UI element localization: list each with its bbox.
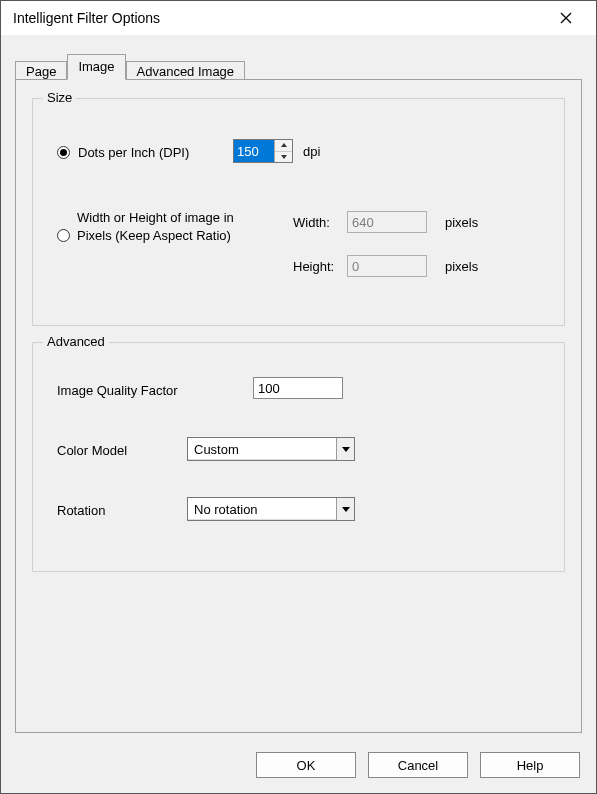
dpi-spin-down[interactable] (275, 152, 292, 163)
groupbox-advanced-legend: Advanced (43, 334, 109, 349)
dpi-label: Dots per Inch (DPI) (78, 145, 189, 160)
groupbox-size: Size Dots per Inch (DPI) dpi Width or H (32, 98, 565, 326)
dialog-footer: OK Cancel Help (1, 737, 596, 793)
color-model-arrow[interactable] (336, 438, 354, 460)
rotation-combo[interactable]: No rotation (187, 497, 355, 521)
quality-label: Image Quality Factor (57, 383, 227, 398)
dpi-unit: dpi (303, 144, 320, 159)
height-input (347, 255, 427, 277)
width-unit: pixels (445, 215, 478, 230)
tab-panel: Size Dots per Inch (DPI) dpi Width or H (15, 79, 582, 733)
dpi-spin-up[interactable] (275, 140, 292, 152)
groupbox-size-legend: Size (43, 90, 76, 105)
window-title: Intelligent Filter Options (13, 10, 160, 26)
close-button[interactable] (546, 4, 586, 32)
close-icon (560, 12, 572, 24)
tab-image[interactable]: Image (67, 54, 125, 80)
client-area: Page Image Advanced Image Size Dots per … (1, 35, 596, 793)
tab-page-label: Page (26, 64, 56, 79)
quality-input[interactable] (253, 377, 343, 399)
width-input (347, 211, 427, 233)
help-button[interactable]: Help (480, 752, 580, 778)
groupbox-advanced: Advanced Image Quality Factor Color Mode… (32, 342, 565, 572)
chevron-down-icon (281, 155, 287, 159)
chevron-down-icon (342, 507, 350, 512)
tab-advanced-image[interactable]: Advanced Image (126, 61, 246, 81)
cancel-button[interactable]: Cancel (368, 752, 468, 778)
color-model-combo[interactable]: Custom (187, 437, 355, 461)
title-bar: Intelligent Filter Options (1, 1, 596, 35)
dpi-input[interactable] (234, 140, 274, 162)
chevron-up-icon (281, 143, 287, 147)
rotation-arrow[interactable] (336, 498, 354, 520)
height-label: Height: (293, 259, 347, 274)
svg-marker-4 (342, 447, 350, 452)
svg-marker-5 (342, 507, 350, 512)
cancel-button-label: Cancel (398, 758, 438, 773)
pixels-label: Width or Height of image in Pixels (Keep… (77, 209, 257, 245)
svg-marker-3 (281, 155, 287, 159)
height-unit: pixels (445, 259, 478, 274)
tab-advanced-image-label: Advanced Image (137, 64, 235, 79)
dpi-spinbox[interactable] (233, 139, 293, 163)
ok-button-label: OK (297, 758, 316, 773)
width-label: Width: (293, 215, 347, 230)
rotation-label: Rotation (57, 503, 105, 518)
radio-dpi[interactable] (57, 146, 70, 159)
chevron-down-icon (342, 447, 350, 452)
radio-pixels[interactable] (57, 229, 70, 242)
rotation-value: No rotation (188, 502, 336, 517)
tab-strip: Page Image Advanced Image (15, 55, 245, 79)
ok-button[interactable]: OK (256, 752, 356, 778)
color-model-label: Color Model (57, 443, 127, 458)
svg-marker-2 (281, 143, 287, 147)
tab-page[interactable]: Page (15, 61, 67, 81)
color-model-value: Custom (188, 442, 336, 457)
tab-image-label: Image (78, 59, 114, 74)
help-button-label: Help (517, 758, 544, 773)
